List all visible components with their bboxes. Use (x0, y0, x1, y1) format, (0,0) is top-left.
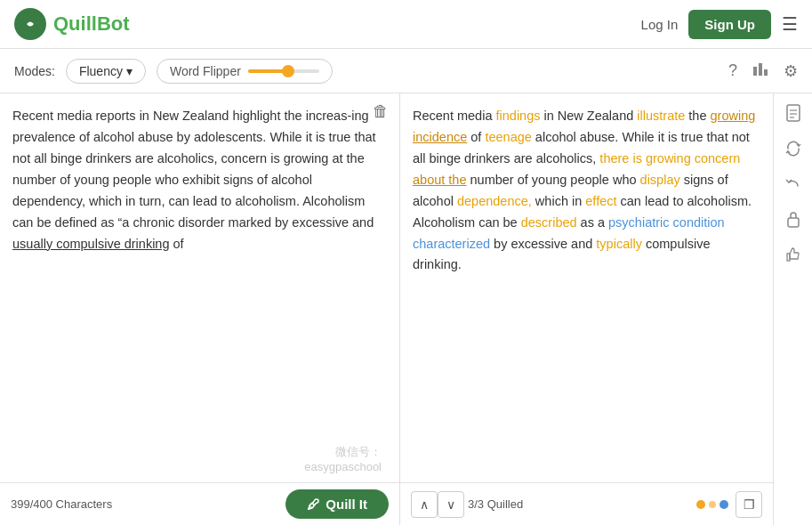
header-left: QuillBot (14, 8, 130, 40)
fluency-mode-button[interactable]: Fluency ▾ (66, 59, 146, 84)
stats-icon[interactable] (752, 60, 769, 82)
toolbar-right: ? ⚙ (728, 60, 798, 82)
word-about-the: about the (413, 173, 466, 187)
word-there-is-growing-concern: there is growing concern (599, 151, 740, 166)
right-sidebar (773, 93, 812, 525)
word-growing-incidence: growing incidence (413, 109, 755, 144)
svg-rect-8 (788, 218, 799, 227)
nav-up-button[interactable]: ∧ (411, 491, 438, 518)
word-dependence: dependence, (457, 194, 532, 208)
right-footer: ∧ ∨ 3/3 Quilled ❐ (400, 482, 773, 525)
modes-label: Modes: (14, 64, 55, 78)
delete-icon[interactable]: 🗑 (373, 102, 389, 121)
document-icon[interactable] (785, 104, 801, 126)
app-wrapper: QuillBot Log In Sign Up ☰ Modes: Fluency… (0, 0, 812, 525)
copy-icon: ❐ (744, 497, 755, 512)
toolbar-left: Modes: Fluency ▾ Word Flipper (14, 59, 333, 84)
word-described: described (521, 215, 577, 230)
svg-rect-9 (787, 254, 790, 261)
word-teenage: teenage (485, 130, 531, 144)
left-footer: 399/400 Characters 🖊 Quill It (0, 482, 399, 525)
copy-button[interactable]: ❐ (736, 491, 762, 518)
logo-icon (14, 8, 46, 40)
word-flipper-slider[interactable] (248, 69, 319, 73)
output-text: Recent media findings in New Zealand ill… (413, 106, 760, 276)
lock-icon[interactable] (786, 210, 800, 232)
toolbar: Modes: Fluency ▾ Word Flipper ? (0, 49, 812, 93)
chevron-down-icon: ▾ (126, 64, 133, 78)
word-flipper-container: Word Flipper (157, 59, 333, 84)
signup-button[interactable]: Sign Up (688, 10, 771, 39)
help-icon[interactable]: ? (728, 61, 737, 80)
thumbsup-icon[interactable] (785, 246, 801, 267)
login-button[interactable]: Log In (641, 17, 679, 32)
quill-it-button[interactable]: 🖊 Quill It (285, 489, 389, 519)
header-right: Log In Sign Up ☰ (641, 10, 798, 39)
logo-text: QuillBot (53, 12, 130, 36)
right-main: Recent media findings in New Zealand ill… (400, 93, 773, 525)
word-findings: findings (496, 109, 541, 123)
word-effect: effect (585, 194, 616, 208)
word-flipper-label: Word Flipper (170, 64, 241, 78)
svg-rect-2 (759, 63, 762, 76)
quill-icon: 🖊 (307, 497, 320, 512)
dot-1 (696, 500, 705, 509)
progress-dots (696, 500, 728, 509)
header: QuillBot Log In Sign Up ☰ (0, 0, 812, 49)
input-text: Recent media reports in New Zealand high… (12, 106, 387, 254)
right-panel: Recent media findings in New Zealand ill… (400, 93, 812, 525)
nav-down-button[interactable]: ∨ (438, 491, 464, 518)
left-panel: 🗑 Recent media reports in New Zealand hi… (0, 93, 400, 525)
svg-rect-3 (764, 69, 768, 76)
refresh-icon[interactable] (785, 141, 801, 161)
input-text-area[interactable]: 🗑 Recent media reports in New Zealand hi… (0, 93, 399, 482)
word-illustrate: illustrate (637, 109, 685, 123)
output-text-area: Recent media findings in New Zealand ill… (400, 93, 773, 482)
char-count: 399/400 Characters (11, 497, 112, 511)
dot-3 (720, 500, 728, 509)
quilled-count: 3/3 Quilled (468, 497, 523, 511)
content-area: 🗑 Recent media reports in New Zealand hi… (0, 93, 812, 525)
svg-rect-4 (787, 105, 800, 121)
word-typically: typically (596, 237, 642, 251)
watermark: 微信号： easygpaschool (304, 444, 382, 473)
hamburger-icon[interactable]: ☰ (782, 13, 798, 35)
word-display: display (640, 173, 680, 187)
undo-icon[interactable] (785, 175, 801, 196)
svg-rect-1 (753, 67, 757, 76)
settings-icon[interactable]: ⚙ (784, 61, 798, 81)
dot-2 (709, 501, 716, 508)
